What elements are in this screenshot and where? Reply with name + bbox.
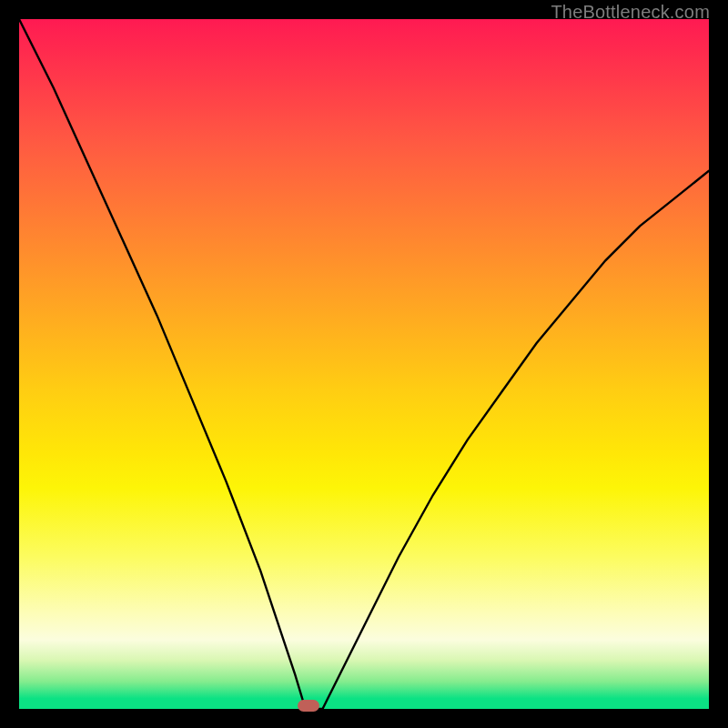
chart-gradient-background: [19, 19, 709, 709]
minimum-marker: [298, 700, 319, 712]
chart-plot-area: [19, 19, 709, 709]
